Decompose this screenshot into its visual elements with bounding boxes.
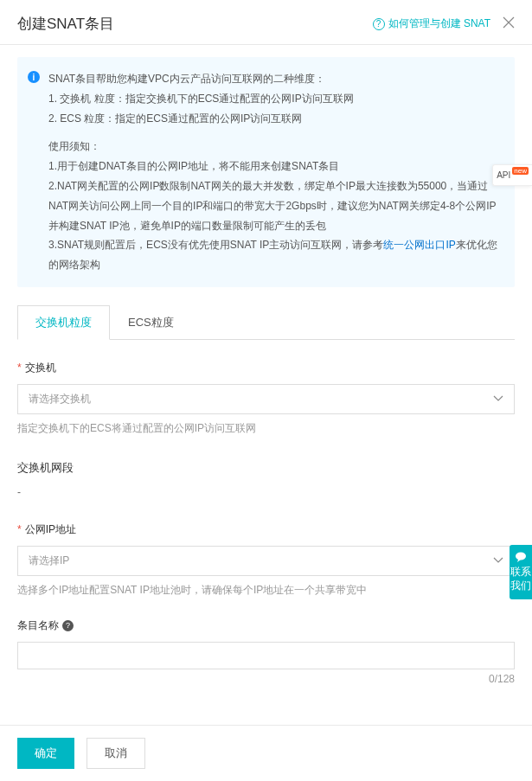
chevron-down-icon <box>493 554 503 567</box>
info-notice-2: 2.NAT网关配置的公网IP数限制NAT网关的最大并发数，绑定单个IP最大连接数… <box>48 176 501 235</box>
new-badge: new <box>512 167 529 175</box>
help-tooltip-icon[interactable]: ? <box>62 620 74 631</box>
entry-name-count: 0/128 <box>17 673 515 685</box>
info-notice-1: 1.用于创建DNAT条目的公网IP地址，将不能用来创建SNAT条目 <box>48 157 501 176</box>
cancel-button[interactable]: 取消 <box>87 738 145 769</box>
svg-point-0 <box>516 553 526 560</box>
required-star-icon: * <box>17 362 22 374</box>
cidr-label: 交换机网段 <box>17 460 515 476</box>
vswitch-select-placeholder: 请选择交换机 <box>29 392 91 407</box>
info-line-2: 2. ECS 粒度：指定的ECS通过配置的公网IP访问互联网 <box>48 109 501 129</box>
info-intro-block: SNAT条目帮助您构建VPC内云产品访问互联网的二种维度： 1. 交换机 粒度：… <box>48 69 501 128</box>
info-line-1: 1. 交换机 粒度：指定交换机下的ECS通过配置的公网IP访问互联网 <box>48 89 501 109</box>
dialog-footer: 确定 取消 <box>0 725 532 781</box>
eip-hint: 选择多个IP地址配置SNAT IP地址池时，请确保每个IP地址在一个共享带宽中 <box>17 583 515 598</box>
info-notice-block: 使用须知： 1.用于创建DNAT条目的公网IP地址，将不能用来创建SNAT条目 … <box>48 137 501 275</box>
eip-select-placeholder: 请选择IP <box>29 554 69 568</box>
chevron-down-icon <box>493 393 503 405</box>
help-link[interactable]: ? 如何管理与创建 SNAT <box>373 16 490 31</box>
required-star-icon: * <box>17 523 22 535</box>
info-notice-title: 使用须知： <box>48 137 501 157</box>
tab-vswitch[interactable]: 交换机粒度 <box>17 305 110 340</box>
side-contact-text: 联系我们 <box>510 566 531 592</box>
cidr-value: - <box>17 486 515 498</box>
info-panel: i SNAT条目帮助您构建VPC内云产品访问互联网的二种维度： 1. 交换机 粒… <box>17 57 515 287</box>
chat-icon <box>515 552 527 562</box>
granularity-tabs: 交换机粒度 ECS粒度 <box>17 304 515 340</box>
unified-eip-link[interactable]: 统一公网出口IP <box>383 239 455 251</box>
vswitch-section: * 交换机 请选择交换机 指定交换机下的ECS将通过配置的公网IP访问互联网 <box>17 361 515 436</box>
eip-section: * 公网IP地址 请选择IP 选择多个IP地址配置SNAT IP地址池时，请确保… <box>17 522 515 598</box>
info-icon: i <box>28 71 40 83</box>
help-link-text: 如何管理与创建 SNAT <box>388 16 490 31</box>
confirm-button[interactable]: 确定 <box>17 738 74 769</box>
eip-label: * 公网IP地址 <box>17 522 515 537</box>
help-icon: ? <box>373 18 385 30</box>
side-contact-tab[interactable]: 联系我们 <box>510 545 532 599</box>
header-actions: ? 如何管理与创建 SNAT <box>373 16 515 31</box>
eip-select[interactable]: 请选择IP <box>17 546 515 576</box>
vswitch-hint: 指定交换机下的ECS将通过配置的公网IP访问互联网 <box>17 421 515 436</box>
close-icon[interactable] <box>503 16 515 31</box>
tab-ecs[interactable]: ECS粒度 <box>110 305 192 340</box>
side-api-tab[interactable]: API new <box>492 164 532 186</box>
info-notice-3: 3.SNAT规则配置后，ECS没有优先使用SNAT IP主动访问互联网，请参考统… <box>48 235 501 275</box>
info-intro: SNAT条目帮助您构建VPC内云产品访问互联网的二种维度： <box>48 69 501 89</box>
entry-name-input[interactable] <box>17 642 515 669</box>
dialog-title: 创建SNAT条目 <box>17 14 114 34</box>
entry-name-section: 条目名称 ? 0/128 <box>17 618 515 685</box>
vswitch-label: * 交换机 <box>17 361 515 375</box>
entry-name-label: 条目名称 ? <box>17 618 515 633</box>
dialog-body: i SNAT条目帮助您构建VPC内云产品访问互联网的二种维度： 1. 交换机 粒… <box>0 45 532 726</box>
side-api-text: API <box>497 170 510 180</box>
dialog-header: 创建SNAT条目 ? 如何管理与创建 SNAT <box>0 0 532 45</box>
vswitch-select[interactable]: 请选择交换机 <box>17 384 515 414</box>
